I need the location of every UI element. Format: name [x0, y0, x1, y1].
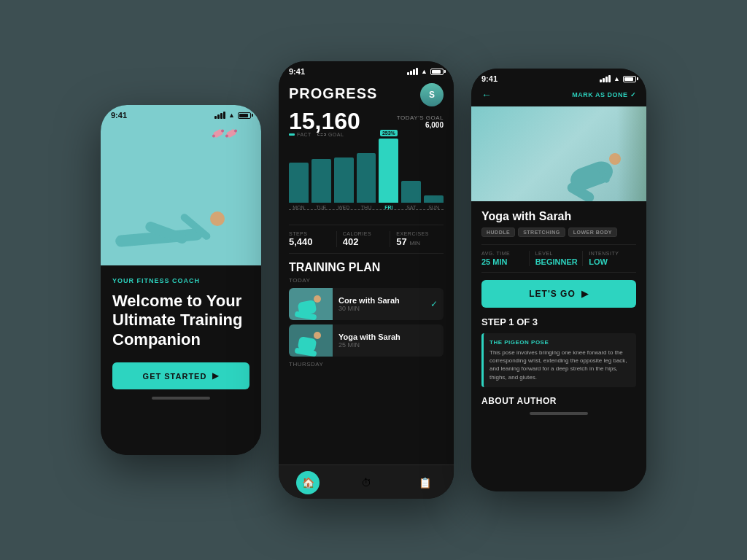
- status-icons-3: ▲: [600, 75, 636, 82]
- timer-icon: ⏱: [361, 477, 371, 489]
- intensity-label: INTENSITY: [589, 251, 636, 256]
- steps-value: 5,440: [289, 236, 336, 247]
- legend-fact-label: FACT: [297, 132, 311, 137]
- exercises-value: 57 MIN: [396, 236, 444, 247]
- metric-avg-time: AVG. TIME 25 MIN: [481, 251, 529, 266]
- phone-2: 9:41 ▲ PROGRESS S 15,160: [279, 61, 454, 499]
- bar-tue-rect: [311, 159, 331, 203]
- goal-label: TODAY'S GOAL: [397, 114, 444, 121]
- nav-timer[interactable]: ⏱: [355, 471, 378, 494]
- goal-value: 6,000: [397, 121, 444, 129]
- arrow-icon: ▶: [212, 371, 219, 381]
- bb-body: [568, 158, 616, 194]
- bar-sun: SUN: [424, 195, 444, 210]
- nav-plan-circle: 📋: [413, 471, 436, 494]
- avg-time-label: AVG. TIME: [481, 251, 529, 256]
- level-value: BEGINNER: [535, 257, 583, 266]
- bar-mon-rect: [289, 163, 309, 203]
- status-time-2: 9:41: [289, 67, 305, 76]
- dumbbell-2: [226, 129, 236, 139]
- avatar-figure: S: [420, 83, 444, 106]
- back-button[interactable]: ←: [481, 89, 492, 101]
- status-time-3: 9:41: [481, 74, 498, 83]
- legend-dot-fact: [289, 133, 295, 136]
- status-icons-1: ▲: [214, 112, 251, 119]
- yoga-title: Yoga with Sarah: [481, 210, 636, 223]
- stat-exercises: EXERCISES 57 MIN: [390, 231, 444, 247]
- battery-icon-2: [430, 69, 444, 75]
- lets-go-button[interactable]: LET'S GO ▶: [481, 280, 636, 308]
- exercises-label: EXERCISES: [396, 231, 444, 236]
- wifi-icon-2: ▲: [421, 68, 427, 75]
- bottom-nav: 🏠 ⏱ 📋: [279, 464, 454, 499]
- tag-huddle: HUDDLE: [481, 228, 515, 237]
- yoga-figure-1: [115, 200, 232, 244]
- calories-label: CALORIES: [343, 231, 390, 236]
- bg-foliage: [617, 106, 646, 201]
- phone1-content: YOUR FITNESS COACH Welcome to Your Ultim…: [101, 265, 261, 455]
- status-bar-3: 9:41 ▲: [471, 69, 646, 86]
- plan-icon: 📋: [419, 477, 431, 489]
- pose-card: THE PIGEON POSE This pose involves bring…: [481, 333, 636, 387]
- legend-dot-goal: [317, 133, 326, 136]
- bar-wed-rect: [334, 158, 354, 203]
- tag-lower-body: LOWER BODY: [568, 228, 617, 237]
- play-icon: ▶: [581, 289, 589, 299]
- stats-row: STEPS 5,440 CALORIES 402 EXERCISES 57 MI…: [289, 225, 444, 254]
- today-label: TODAY: [289, 277, 444, 284]
- phone3-content: Yoga with Sarah HUDDLE STRETCHING LOWER …: [471, 201, 646, 491]
- mark-done-button[interactable]: MARK AS DONE ✓: [572, 91, 636, 98]
- legend-goal-label: GOAL: [328, 132, 344, 137]
- level-label: LEVEL: [535, 251, 583, 256]
- lets-go-label: LET'S GO: [529, 289, 576, 299]
- thumb-figure-1: [295, 291, 324, 319]
- workout-duration-2: 25 MIN: [338, 341, 444, 349]
- workout-item-1[interactable]: Core with Sarah 30 MIN ✓: [289, 288, 444, 320]
- chart-area: MON TUE WED THU 253: [289, 141, 444, 222]
- pose-name: THE PIGEON POSE: [489, 339, 630, 346]
- mark-done-check-icon: ✓: [630, 91, 637, 98]
- dumbbell-1: [213, 129, 223, 139]
- metrics-row: AVG. TIME 25 MIN LEVEL BEGINNER INTENSIT…: [481, 244, 636, 273]
- nav-home-circle: 🏠: [296, 471, 320, 494]
- workout-thumb-1: [289, 288, 333, 320]
- battery-icon-3: [623, 76, 636, 82]
- about-author: ABOUT AUTHOR: [481, 396, 636, 406]
- yoga-hero-image: [471, 106, 646, 201]
- fitness-label: YOUR FITNESS COACH: [112, 277, 249, 284]
- workout-info-1: Core with Sarah 30 MIN: [338, 292, 425, 316]
- workout-item-2[interactable]: Yoga with Sarah 25 MIN: [289, 324, 444, 357]
- workout-check-1: ✓: [430, 299, 444, 309]
- tag-stretching: STRETCHING: [518, 228, 565, 237]
- bar-thu-rect: [357, 153, 376, 203]
- pose-description: This pose involves bringing one knee for…: [489, 349, 630, 381]
- bar-fri-percent: 253%: [380, 130, 398, 136]
- bar-sat-rect: [401, 181, 421, 203]
- backbend-figure: [566, 125, 624, 198]
- phone-3: 9:41 ▲ ← MARK AS DONE ✓: [471, 69, 646, 491]
- tags-row: HUDDLE STRETCHING LOWER BODY: [481, 228, 636, 237]
- workout-duration-1: 30 MIN: [338, 305, 425, 312]
- get-started-label: GET STARTED: [143, 372, 207, 381]
- steps-label: STEPS: [289, 231, 336, 236]
- home-icon: 🏠: [302, 477, 314, 489]
- wifi-icon-3: ▲: [614, 75, 620, 82]
- bar-wed: WED: [334, 158, 354, 210]
- avatar: S: [420, 83, 444, 106]
- signal-icon-2: [407, 68, 418, 75]
- workout-info-2: Yoga with Sarah 25 MIN: [338, 328, 444, 353]
- hero-image: 9:41 ▲: [101, 105, 261, 265]
- thursday-label: THURSDAY: [289, 361, 444, 368]
- goal-line: [289, 209, 444, 210]
- home-indicator-3: [530, 412, 588, 415]
- get-started-button[interactable]: GET STARTED ▶: [112, 362, 249, 389]
- nav-plan[interactable]: 📋: [413, 471, 436, 494]
- legend-fact: FACT: [289, 132, 311, 137]
- nav-home[interactable]: 🏠: [296, 471, 320, 494]
- step-indicator: STEP 1 OF 3: [481, 316, 636, 327]
- bar-sat: SAT: [401, 181, 421, 210]
- legend-goal: GOAL: [317, 132, 344, 137]
- status-bar-2: 9:41 ▲: [279, 61, 454, 79]
- progress-title: PROGRESS: [289, 85, 377, 102]
- mark-done-label: MARK AS DONE: [572, 91, 627, 98]
